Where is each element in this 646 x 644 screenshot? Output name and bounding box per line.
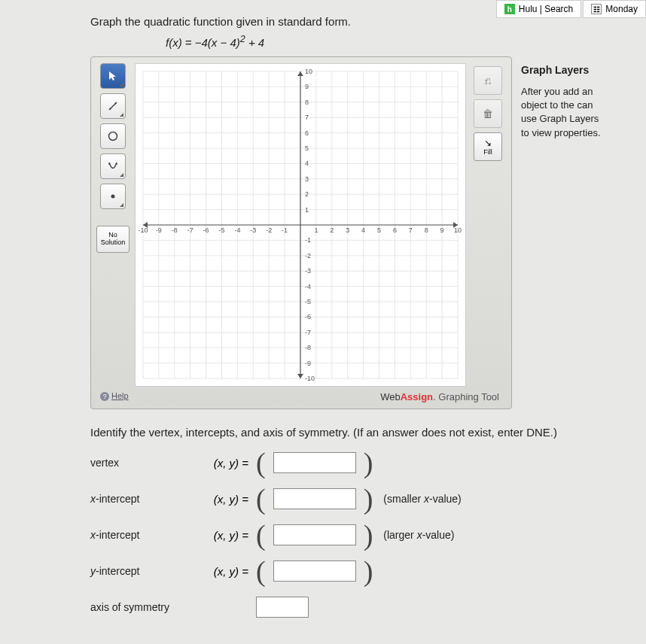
point-tool[interactable]	[100, 184, 126, 209]
svg-text:2: 2	[330, 226, 334, 234]
no-solution-button[interactable]: No Solution	[96, 226, 130, 253]
xintercept1-row: x-intercept (x, y) = ( ) (smaller x-valu…	[90, 488, 601, 509]
svg-text:5: 5	[305, 144, 309, 152]
axis-input[interactable]	[256, 597, 309, 618]
svg-text:9: 9	[305, 83, 309, 90]
axis-row: axis of symmetry	[90, 597, 601, 618]
svg-text:7: 7	[305, 114, 309, 121]
larger-note: (larger x-value)	[383, 529, 454, 541]
paren-open-icon: (	[256, 454, 266, 472]
svg-text:4: 4	[361, 226, 365, 234]
hulu-icon: h	[504, 4, 515, 14]
layers-title: Graph Layers	[521, 64, 601, 76]
calendar-icon: ☷	[591, 4, 602, 14]
vertex-row: vertex (x, y) = ( )	[90, 452, 601, 473]
svg-marker-54	[297, 374, 303, 378]
svg-text:6: 6	[305, 129, 309, 137]
tab-label: Hulu | Search	[519, 4, 574, 14]
paren-close-icon: )	[364, 563, 373, 580]
svg-text:1: 1	[305, 206, 309, 214]
paren-close-icon: )	[364, 491, 373, 508]
yintercept-input[interactable]	[273, 560, 356, 582]
yint-label: y-intercept	[90, 565, 188, 577]
svg-text:-3: -3	[250, 226, 256, 234]
svg-text:6: 6	[393, 226, 397, 234]
layers-text: After you add an object to the can use G…	[521, 85, 601, 140]
svg-text:-4: -4	[305, 283, 311, 290]
xintercept2-row: x-intercept (x, y) = ( ) (larger x-value…	[90, 524, 601, 545]
dropdown-corner-icon	[120, 173, 123, 177]
brand-label: WebAssign. Graphing Tool	[97, 391, 505, 402]
svg-text:-2: -2	[266, 226, 272, 234]
svg-text:3: 3	[305, 175, 309, 183]
svg-point-6	[111, 195, 115, 199]
formula: f(x) = −4(x − 4)2 + 4	[166, 34, 601, 49]
question-instructions: Identify the vertex, intercepts, and axi…	[90, 426, 601, 439]
svg-text:1: 1	[314, 226, 318, 234]
svg-text:7: 7	[409, 226, 413, 234]
yintercept-row: y-intercept (x, y) = ( )	[90, 560, 601, 582]
dropdown-corner-icon	[120, 203, 123, 207]
graph-canvas[interactable]: -10-9-8-7-6-5-4-3-2-112345678910-10-9-8-…	[135, 63, 466, 387]
circle-tool[interactable]	[100, 123, 126, 149]
svg-text:-10: -10	[305, 375, 315, 382]
help-link[interactable]: Help	[100, 391, 129, 401]
xy-equals: (x, y) =	[196, 529, 248, 542]
svg-text:5: 5	[377, 226, 381, 234]
undo-button[interactable]: ⎌	[474, 66, 502, 95]
xintercept2-input[interactable]	[273, 524, 356, 545]
svg-text:-8: -8	[172, 226, 178, 234]
graph-panel: No Solution -10-9-8-7-6-5-4-3-2-11234567…	[90, 56, 512, 409]
right-toolbar: ⎌ 🗑 ↘ Fill	[474, 66, 502, 161]
svg-text:-9: -9	[305, 360, 311, 367]
graph-layers-panel: Graph Layers After you add an object to …	[512, 56, 601, 409]
xy-equals: (x, y) =	[196, 457, 248, 469]
pointer-tool[interactable]	[100, 63, 126, 89]
parabola-tool[interactable]	[100, 153, 126, 179]
svg-text:-4: -4	[234, 226, 240, 234]
dropdown-corner-icon	[120, 83, 123, 87]
axis-label: axis of symmetry	[90, 601, 188, 613]
svg-point-3	[109, 132, 117, 141]
grid-svg: -10-9-8-7-6-5-4-3-2-112345678910-10-9-8-…	[136, 64, 465, 386]
xintercept1-input[interactable]	[273, 488, 356, 509]
svg-text:-5: -5	[305, 298, 311, 305]
svg-text:-2: -2	[305, 252, 311, 260]
questions-section: Identify the vertex, intercepts, and axi…	[90, 426, 601, 618]
svg-text:-6: -6	[305, 313, 311, 320]
xint2-label: x-intercept	[90, 529, 188, 541]
svg-text:-9: -9	[156, 226, 162, 234]
svg-text:3: 3	[346, 226, 349, 234]
tab-label: Monday	[605, 4, 638, 14]
svg-text:-7: -7	[187, 226, 193, 234]
svg-text:9: 9	[440, 226, 444, 234]
svg-text:-1: -1	[305, 236, 311, 244]
svg-text:2: 2	[305, 190, 309, 198]
paren-close-icon: )	[364, 454, 373, 472]
paren-open-icon: (	[256, 527, 266, 544]
svg-text:-6: -6	[203, 226, 209, 234]
paren-open-icon: (	[256, 491, 266, 508]
browser-tab-hulu[interactable]: h Hulu | Search	[496, 0, 582, 18]
vertex-input[interactable]	[273, 452, 356, 473]
xy-equals: (x, y) =	[196, 565, 248, 578]
delete-button[interactable]: 🗑	[474, 99, 502, 128]
smaller-note: (smaller x-value)	[383, 493, 461, 505]
paren-close-icon: )	[364, 527, 373, 544]
svg-text:-7: -7	[305, 329, 311, 336]
svg-text:10: 10	[305, 68, 312, 75]
line-tool[interactable]	[100, 93, 126, 119]
svg-text:-3: -3	[305, 267, 311, 275]
svg-text:8: 8	[305, 99, 309, 106]
svg-text:-5: -5	[219, 226, 225, 234]
svg-text:10: 10	[454, 226, 462, 234]
xint1-label: x-intercept	[90, 493, 188, 505]
browser-tab-monday[interactable]: ☷ Monday	[583, 0, 646, 18]
dropdown-corner-icon	[120, 113, 123, 117]
xy-equals: (x, y) =	[196, 493, 248, 506]
svg-text:-1: -1	[282, 226, 288, 234]
vertex-label: vertex	[90, 457, 188, 469]
tool-toolbar: No Solution	[97, 63, 129, 253]
fill-button[interactable]: ↘ Fill	[474, 132, 502, 161]
svg-text:-8: -8	[305, 344, 311, 351]
